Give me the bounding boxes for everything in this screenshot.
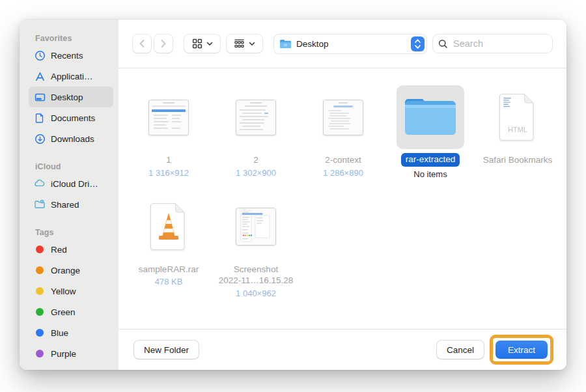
file-size: 478 KB	[155, 277, 183, 287]
dropdown-stepper-icon[interactable]	[411, 36, 425, 51]
location-label: Desktop	[296, 39, 406, 49]
extract-button[interactable]: Extract	[495, 341, 548, 359]
file-dimensions: 1 302×900	[236, 168, 276, 178]
sidebar-item-applications[interactable]: Applicati…	[29, 66, 113, 87]
html-document-icon: HTML	[499, 93, 537, 141]
file-item-2[interactable]: 2 1 302×900	[212, 85, 300, 179]
sidebar-item-tag-blue[interactable]: Blue	[29, 322, 113, 343]
sidebar-item-label: Documents	[51, 113, 95, 123]
sidebar-item-label: Desktop	[51, 92, 83, 102]
cloud-icon	[34, 178, 46, 189]
sidebar: Favorites Recents Applicati… Desktop Doc…	[20, 20, 119, 370]
sidebar-item-label: Yellow	[51, 287, 76, 296]
grid-view-icon	[192, 38, 202, 49]
sidebar-item-label: Shared	[51, 200, 79, 210]
sidebar-item-label: Recents	[51, 51, 83, 61]
document-icon	[34, 112, 46, 124]
chevron-down-icon	[249, 42, 255, 46]
svg-text:HTML: HTML	[508, 126, 527, 133]
sidebar-section-icloud: iCloud	[35, 162, 113, 171]
search-field[interactable]	[433, 35, 552, 53]
clock-icon	[34, 49, 46, 61]
sidebar-item-desktop[interactable]: Desktop	[29, 87, 113, 107]
sidebar-section-tags: Tags	[35, 228, 113, 237]
sidebar-item-label: Red	[51, 245, 67, 255]
file-item-2-context[interactable]: 2-context 1 286×890	[300, 85, 387, 179]
sidebar-item-icloud-drive[interactable]: iCloud Dri…	[29, 173, 113, 194]
screenshot-thumbnail-icon	[148, 100, 189, 135]
purple-tag-icon	[34, 348, 46, 359]
folder-icon	[279, 39, 292, 49]
group-view-button[interactable]	[227, 35, 262, 53]
file-item-rar-extracted[interactable]: rar-extracted No items	[387, 85, 474, 179]
sidebar-item-recents[interactable]: Recents	[29, 45, 113, 66]
sidebar-item-label: Purple	[51, 349, 76, 359]
shared-folder-icon	[34, 199, 46, 210]
chevron-right-icon	[160, 39, 167, 48]
file-dialog-window: Favorites Recents Applicati… Desktop Doc…	[20, 20, 566, 370]
red-tag-icon	[34, 244, 46, 255]
orange-tag-icon	[34, 264, 46, 276]
search-input[interactable]	[452, 38, 547, 49]
folder-icon	[402, 96, 458, 139]
folder-item-count: No items	[413, 169, 447, 179]
chevron-down-icon	[206, 42, 213, 46]
sidebar-item-downloads[interactable]: Downloads	[29, 128, 113, 149]
file-item-samplerar[interactable]: sampleRAR.rar 478 KB	[125, 195, 212, 298]
sidebar-item-tag-red[interactable]: Red	[29, 239, 113, 260]
file-name: Screenshot2022-11…16.15.28	[219, 264, 294, 287]
file-name: Safari Bookmarks	[483, 154, 553, 166]
sidebar-item-tag-green[interactable]: Green	[29, 301, 113, 322]
file-item-safari-bookmarks[interactable]: HTML Safari Bookmarks	[474, 85, 561, 179]
file-name: 2	[253, 154, 258, 166]
file-name: 2-context	[325, 154, 361, 166]
sidebar-item-label: Orange	[51, 266, 80, 275]
nav-buttons	[133, 35, 173, 53]
desktop-icon	[34, 91, 46, 103]
file-name-selected: rar-extracted	[401, 153, 460, 167]
sidebar-item-tag-purple[interactable]: Purple	[29, 343, 113, 364]
location-dropdown[interactable]: Desktop	[274, 35, 426, 53]
sidebar-item-label: Downloads	[51, 134, 94, 144]
sidebar-item-shared[interactable]: Shared	[29, 194, 113, 215]
file-browser-content: 1 1 316×912 2 1 302×900	[119, 68, 566, 329]
sidebar-item-label: Green	[51, 307, 76, 317]
back-button[interactable]	[133, 35, 151, 53]
file-name: sampleRAR.rar	[139, 264, 199, 275]
group-view-icon	[234, 38, 245, 49]
sidebar-item-label: Blue	[51, 328, 68, 338]
file-name: 1	[166, 154, 171, 166]
file-item-screenshot[interactable]: Screenshot2022-11…16.15.28 1 040×962	[212, 195, 300, 298]
downloads-icon	[34, 133, 46, 145]
search-icon	[438, 39, 448, 49]
screenshot-thumbnail-icon	[236, 208, 276, 245]
file-dimensions: 1 286×890	[323, 168, 363, 178]
sidebar-item-label: Applicati…	[51, 72, 93, 81]
green-tag-icon	[34, 306, 46, 318]
yellow-tag-icon	[34, 285, 46, 297]
extract-button-highlight: Extract	[490, 335, 553, 365]
chevron-left-icon	[139, 39, 145, 48]
main-panel: Desktop	[119, 20, 566, 370]
new-folder-button[interactable]: New Folder	[134, 341, 199, 359]
screenshot-thumbnail-icon	[323, 100, 363, 135]
sidebar-item-documents[interactable]: Documents	[29, 107, 113, 128]
icon-view-button[interactable]	[184, 35, 220, 53]
screenshot-thumbnail-icon	[236, 100, 276, 135]
sidebar-item-tag-orange[interactable]: Orange	[29, 260, 113, 281]
forward-button[interactable]	[154, 35, 173, 53]
file-grid: 1 1 316×912 2 1 302×900	[119, 68, 566, 298]
cancel-button[interactable]: Cancel	[437, 341, 484, 359]
sidebar-item-label: iCloud Dri…	[51, 179, 98, 189]
blue-tag-icon	[34, 327, 46, 339]
file-dimensions: 1 040×962	[236, 288, 276, 298]
selected-folder-highlight	[397, 85, 464, 149]
appstore-icon	[34, 70, 46, 82]
rar-archive-icon	[150, 203, 188, 251]
file-dimensions: 1 316×912	[148, 168, 189, 178]
sidebar-item-tag-yellow[interactable]: Yellow	[29, 281, 113, 301]
sidebar-section-favorites: Favorites	[35, 34, 113, 43]
toolbar: Desktop	[119, 20, 566, 68]
dialog-footer: New Folder Cancel Extract	[119, 329, 566, 370]
file-item-1[interactable]: 1 1 316×912	[125, 85, 212, 179]
